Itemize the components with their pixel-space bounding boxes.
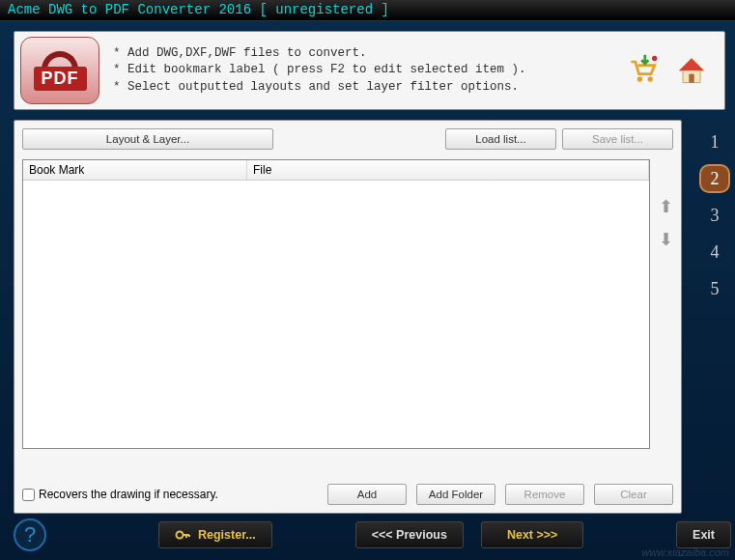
step-5[interactable]: 5 (699, 274, 730, 303)
tip-line: * Select outputted layouts and set layer… (113, 79, 624, 97)
svg-rect-3 (689, 74, 693, 83)
tips-text: * Add DWG,DXF,DWF files to convert. * Ed… (105, 45, 624, 97)
recover-checkbox[interactable] (22, 489, 35, 501)
pdf-label: PDF (34, 67, 87, 91)
bottom-toolbar: Recovers the drawing if necessary. Add A… (22, 484, 673, 505)
top-toolbar: Layout & Layer... Load list... Save list… (14, 121, 681, 157)
svg-point-1 (648, 76, 653, 81)
tip-line: * Edit bookmark label ( press F2 to edit… (113, 62, 624, 79)
window-titlebar: Acme DWG to PDF Converter 2016 [ unregis… (0, 0, 735, 21)
svg-point-0 (637, 76, 642, 81)
next-button[interactable]: Next >>> (481, 521, 583, 548)
move-down-button[interactable]: ⬇ (656, 229, 675, 250)
recover-label-text: Recovers the drawing if necessary. (39, 488, 218, 501)
clear-button[interactable]: Clear (594, 484, 673, 505)
register-label: Register... (198, 528, 256, 542)
file-list[interactable]: Book Mark File (22, 159, 650, 449)
step-2[interactable]: 2 (699, 164, 730, 193)
help-button[interactable]: ? (14, 518, 46, 551)
add-button[interactable]: Add (327, 484, 407, 505)
key-icon (175, 527, 190, 543)
header-panel: PDF * Add DWG,DXF,DWF files to convert. … (14, 31, 725, 110)
tip-line: * Add DWG,DXF,DWF files to convert. (113, 45, 624, 63)
save-list-button[interactable]: Save list... (562, 128, 673, 150)
layout-layer-button[interactable]: Layout & Layer... (22, 128, 273, 150)
remove-button[interactable]: Remove (505, 484, 584, 505)
register-button[interactable]: Register... (158, 521, 272, 548)
exit-button[interactable]: Exit (676, 521, 731, 548)
app-frame: PDF * Add DWG,DXF,DWF files to convert. … (0, 21, 735, 560)
load-list-button[interactable]: Load list... (445, 128, 556, 150)
previous-button[interactable]: <<< Previous (355, 521, 464, 548)
app-logo: PDF (20, 37, 99, 104)
main-panel: Layout & Layer... Load list... Save list… (14, 120, 682, 514)
svg-point-2 (652, 56, 657, 61)
list-header: Book Mark File (23, 160, 649, 181)
cart-icon[interactable] (624, 51, 663, 90)
svg-point-4 (177, 532, 184, 539)
column-bookmark[interactable]: Book Mark (23, 160, 247, 180)
add-folder-button[interactable]: Add Folder (416, 484, 495, 505)
step-4[interactable]: 4 (699, 238, 730, 266)
window-title: Acme DWG to PDF Converter 2016 [ unregis… (8, 2, 389, 17)
step-sidebar: 1 2 3 4 5 (694, 120, 735, 311)
footer-bar: ? Register... <<< Previous Next >>> Exit (14, 516, 731, 554)
home-icon[interactable] (672, 51, 711, 90)
header-icons (624, 51, 724, 90)
step-3[interactable]: 3 (699, 201, 730, 230)
column-file[interactable]: File (247, 160, 649, 180)
move-up-button[interactable]: ⬆ (656, 196, 675, 217)
step-1[interactable]: 1 (699, 127, 730, 156)
recover-checkbox-label[interactable]: Recovers the drawing if necessary. (22, 488, 318, 501)
